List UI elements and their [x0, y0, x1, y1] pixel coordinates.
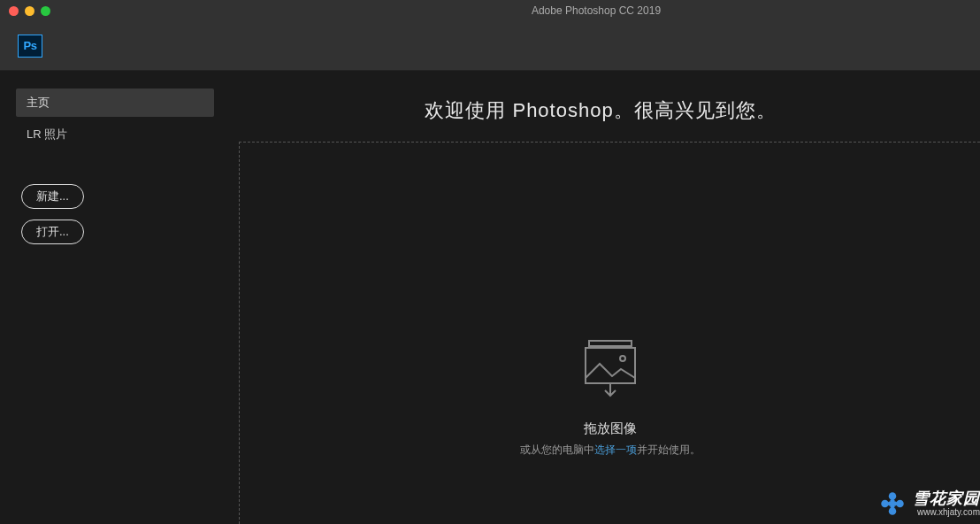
new-button[interactable]: 新建... — [21, 184, 84, 209]
dropzone[interactable]: 拖放图像 或从您的电脑中选择一项并开始使用。 — [239, 142, 980, 524]
maximize-window-button[interactable] — [41, 6, 50, 16]
titlebar: Adobe Photoshop CC 2019 — [0, 0, 980, 21]
svg-point-2 — [620, 356, 625, 361]
svg-rect-0 — [589, 341, 632, 346]
sidebar-item-home[interactable]: 主页 — [16, 89, 214, 117]
sidebar-item-lr-photos[interactable]: LR 照片 — [16, 120, 214, 149]
image-drop-icon — [577, 334, 644, 405]
traffic-lights — [0, 6, 50, 16]
window-title: Adobe Photoshop CC 2019 — [532, 4, 661, 17]
body-area: 主页 LR 照片 新建... 打开... 欢迎使用 Photoshop。很高兴见… — [0, 71, 980, 524]
close-window-button[interactable] — [9, 6, 19, 16]
main-panel: 欢迎使用 Photoshop。很高兴见到您。 拖放图像 或从您的电脑中选择一项并… — [230, 71, 980, 524]
svg-point-6 — [896, 500, 904, 508]
svg-point-7 — [889, 507, 897, 515]
ps-logo-icon: Ps — [18, 35, 42, 58]
welcome-heading: 欢迎使用 Photoshop。很高兴见到您。 — [230, 97, 980, 124]
svg-point-5 — [881, 500, 889, 508]
snowflake-icon — [877, 489, 907, 519]
watermark-url: www.xhjaty.com — [913, 507, 980, 517]
drop-title: 拖放图像 — [584, 420, 637, 437]
select-file-link[interactable]: 选择一项 — [594, 443, 637, 456]
svg-rect-1 — [586, 348, 635, 383]
svg-point-4 — [889, 492, 897, 500]
drop-sub-prefix: 或从您的电脑中 — [520, 443, 594, 456]
watermark: 雪花家园 www.xhjaty.com — [877, 489, 980, 519]
drop-sub-suffix: 并开始使用。 — [637, 443, 701, 456]
drop-subtitle: 或从您的电脑中选择一项并开始使用。 — [520, 443, 701, 458]
minimize-window-button[interactable] — [25, 6, 34, 16]
app-header: Ps — [0, 21, 980, 71]
svg-rect-9 — [888, 501, 897, 505]
open-button[interactable]: 打开... — [21, 220, 84, 244]
sidebar: 主页 LR 照片 新建... 打开... — [0, 71, 230, 524]
watermark-name: 雪花家园 — [913, 490, 980, 508]
